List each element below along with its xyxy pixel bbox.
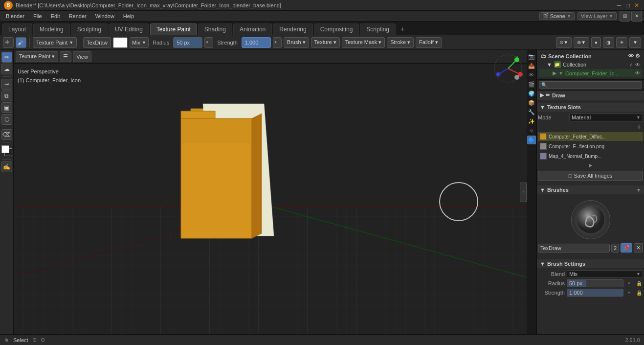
tab-compositing[interactable]: Compositing: [314, 23, 359, 35]
smear-tool-btn[interactable]: ⊸: [1, 79, 12, 90]
color-picker[interactable]: [113, 37, 128, 48]
brushes-header[interactable]: ▼ Brushes ▼: [537, 185, 644, 194]
texture-mask-dropdown[interactable]: Texture Mask ▾: [342, 37, 385, 48]
menu-help[interactable]: Help: [119, 12, 138, 20]
menu-window[interactable]: Window: [91, 12, 118, 20]
brush-name-field[interactable]: TexDraw: [83, 37, 111, 48]
tab-sculpting[interactable]: Sculpting: [71, 23, 108, 35]
blend-mode-dropdown[interactable]: Mix ▼: [130, 37, 149, 48]
brush-delete-btn[interactable]: ✕: [634, 243, 643, 253]
erase-tool-btn[interactable]: ⌫: [1, 129, 12, 140]
close-button[interactable]: ✕: [633, 2, 640, 9]
foreground-color[interactable]: [1, 145, 12, 156]
props-icon-scene[interactable]: 🎬: [527, 80, 536, 89]
blend-bs-value[interactable]: Mix ▼: [567, 270, 643, 278]
viewport-view-btn[interactable]: View: [73, 51, 91, 62]
paint-mode-selector[interactable]: Texture Paint ▼: [33, 37, 77, 48]
viewport-menu-btn[interactable]: ☰: [60, 51, 71, 62]
outliner-filter-btn[interactable]: ⚙: [635, 53, 640, 59]
maximize-button[interactable]: □: [624, 2, 631, 9]
strength-lock-icon[interactable]: 🔒: [635, 289, 643, 297]
stroke-dropdown[interactable]: Stroke ▾: [387, 37, 414, 48]
strength-pressure-btn[interactable]: ⌖: [273, 37, 282, 48]
tab-uv-editing[interactable]: UV Editing: [109, 23, 149, 35]
props-icon-render[interactable]: 📷: [527, 52, 536, 61]
texture-slot-1[interactable]: Computer_F...flection.png: [538, 142, 643, 151]
props-icon-physics[interactable]: ⚛: [527, 126, 536, 135]
tab-texture-paint[interactable]: Texture Paint: [150, 23, 197, 35]
tab-shading[interactable]: Shading: [198, 23, 232, 35]
slot-expand-icon[interactable]: ▶: [589, 162, 593, 168]
radius-bs-value[interactable]: 50 px: [567, 279, 623, 287]
view-layer-selector[interactable]: View Layer ▼: [577, 12, 617, 20]
radius-value[interactable]: 50 px: [173, 37, 202, 48]
draw-section-header[interactable]: ▶ ✏ Draw: [537, 91, 644, 100]
props-icon-texture[interactable]: 🔷: [527, 136, 536, 144]
tab-layout[interactable]: Layout: [2, 23, 32, 35]
mode-value-dropdown[interactable]: Material ▼: [569, 114, 643, 121]
menu-render[interactable]: Render: [65, 12, 90, 20]
strength-value[interactable]: 1.000: [242, 37, 271, 48]
viewport-mode-selector[interactable]: Texture Paint ▾: [16, 51, 58, 62]
save-all-images-btn[interactable]: □ Save All Images: [538, 171, 643, 181]
outliner-object[interactable]: ▶ ▼ Computer_Folder_Ic... 👁: [539, 69, 642, 77]
viewport[interactable]: Texture Paint ▾ ☰ View User Perspective …: [14, 50, 527, 334]
texture-slot-2[interactable]: Map_4_Normal_Bump...: [538, 152, 643, 161]
brush-dropdown[interactable]: Brush ▾: [284, 37, 309, 48]
viewport-shading-solid[interactable]: ●: [591, 37, 601, 48]
gizmo-btn[interactable]: ⊕▼: [574, 37, 589, 48]
collection-eye[interactable]: 👁: [635, 62, 640, 68]
menu-file[interactable]: File: [29, 12, 46, 20]
collection-checkbox[interactable]: ✓: [629, 62, 633, 67]
props-search-input[interactable]: 🔍: [539, 81, 642, 89]
outliner-hide-btn[interactable]: 👁: [628, 53, 634, 59]
menu-edit[interactable]: Edit: [47, 12, 64, 20]
editor-type-btn[interactable]: ⊞: [620, 11, 630, 22]
viewport-shading-material[interactable]: ◑: [603, 37, 614, 48]
add-slot-btn[interactable]: +: [635, 123, 643, 131]
minimize-button[interactable]: ─: [616, 2, 622, 9]
viewport-shading-rendered[interactable]: ☀: [616, 37, 627, 48]
strength-bs-value[interactable]: 1.000: [567, 289, 623, 297]
props-icon-world[interactable]: 🌍: [527, 89, 536, 98]
texture-dropdown[interactable]: Texture ▾: [311, 37, 340, 48]
texture-slots-header[interactable]: ▼ Texture Slots: [537, 103, 644, 112]
brush-settings-header[interactable]: ▼ Brush Settings: [537, 259, 644, 268]
tab-modeling[interactable]: Modeling: [33, 23, 70, 35]
falloff-dropdown[interactable]: Falloff ▾: [416, 37, 442, 48]
radius-pressure-icon[interactable]: ⌖: [625, 279, 633, 287]
viewport-overlays-btn[interactable]: ⊙▼: [556, 37, 572, 48]
tab-animation[interactable]: Animation: [233, 23, 272, 35]
shading-settings-btn[interactable]: ▼: [629, 37, 641, 48]
props-icon-output[interactable]: 📤: [527, 61, 536, 70]
add-workspace-button[interactable]: +: [397, 23, 408, 35]
brushes-expand-arrow[interactable]: ▼: [636, 187, 641, 193]
outliner-collection[interactable]: ▼ 📁 Collection ✓ 👁: [539, 60, 642, 69]
radius-lock-icon[interactable]: 🔒: [635, 279, 643, 287]
props-icon-modifier[interactable]: 🔧: [527, 108, 536, 116]
close-editor-btn[interactable]: ✕: [631, 11, 642, 22]
mask-tool-btn[interactable]: ⬡: [1, 114, 12, 125]
scene-selector[interactable]: 🎬 Scene ▼: [539, 12, 575, 20]
tab-rendering[interactable]: Rendering: [273, 23, 312, 35]
viewport-gizmo[interactable]: X Y Z: [493, 54, 523, 83]
props-icon-particles[interactable]: ✨: [527, 117, 536, 126]
mode-icon-cursor[interactable]: ✛: [3, 37, 14, 48]
mode-icon-brush[interactable]: 🖌: [16, 37, 26, 48]
menu-blender[interactable]: Blender: [2, 12, 28, 20]
tab-scripting[interactable]: Scripting: [360, 23, 396, 35]
texture-slot-0[interactable]: Computer_Folder_Diffus...: [538, 132, 643, 141]
props-icon-view[interactable]: 👁: [527, 70, 536, 79]
radius-pressure-btn[interactable]: ⌖: [204, 37, 213, 48]
n-panel-toggle[interactable]: ‹: [520, 183, 527, 202]
brush-pin-btn[interactable]: 📌: [621, 243, 632, 253]
brush-name-input[interactable]: TexDraw: [538, 244, 610, 253]
clone-tool-btn[interactable]: ⧉: [1, 91, 12, 101]
soften-tool-btn[interactable]: ☁: [1, 64, 12, 74]
draw-tool-btn[interactable]: ✏: [1, 52, 12, 63]
object-eye[interactable]: 👁: [635, 70, 640, 76]
annotate-tool-btn[interactable]: ✍: [1, 161, 12, 172]
props-icon-object[interactable]: 📦: [527, 98, 536, 107]
strength-pressure-icon[interactable]: ⌖: [625, 289, 633, 297]
fill-tool-btn[interactable]: ▣: [1, 102, 12, 113]
